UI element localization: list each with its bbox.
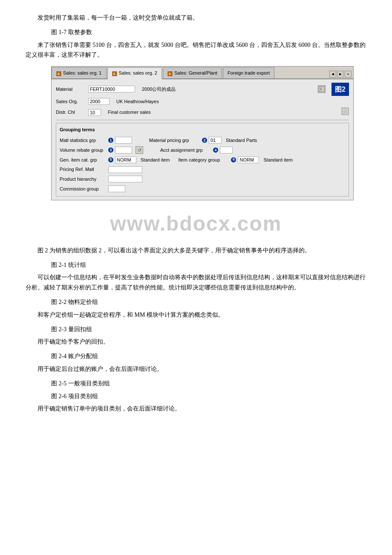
svg-text:i: i	[320, 87, 322, 91]
pricing-ref-input[interactable]	[108, 166, 142, 173]
mat-pricing-desc: Standard Parts	[226, 136, 257, 145]
sales-org-desc: UK Heathrow/Hayes	[116, 98, 159, 106]
vol-rebate-icon-btn[interactable]: ↺	[135, 146, 143, 154]
item-cat-input[interactable]	[238, 156, 259, 163]
svg-text:S: S	[113, 72, 115, 75]
tab-foreign-trade[interactable]: Foreign trade export	[223, 67, 274, 78]
gen-item-num: 5	[108, 157, 113, 162]
tab2-label: Sales: sales org. 2	[119, 69, 158, 77]
tab-sales-org-1[interactable]: S Sales: sales org. 1	[52, 67, 107, 78]
sap-tabs: S Sales: sales org. 1 S Sales: sales org…	[52, 66, 353, 79]
sales-org-label: Sales Org.	[56, 98, 86, 106]
grouping-terms-box: Grouping terms Matl statistics grp 1 Mat…	[56, 123, 349, 197]
distr-chl-icon[interactable]: ☆	[341, 107, 349, 118]
pricing-ref-label: Pricing Ref. Matl	[60, 165, 107, 173]
matl-stats-num: 1	[108, 138, 113, 143]
svg-text:S: S	[169, 72, 171, 75]
svg-text:☆: ☆	[343, 109, 347, 114]
intro-paragraph-1: 发货时用了集装箱，每一千台一箱，这时交货单位就成了箱。	[26, 13, 366, 23]
tab1-label: Sales: sales org. 1	[63, 69, 102, 77]
tab2-icon: S	[112, 71, 117, 76]
tab-navigation: ◄ ► ▪	[328, 70, 353, 78]
mat-pricing-input[interactable]	[209, 137, 222, 144]
tab-general-plant[interactable]: S Sales: General/Plant	[163, 67, 222, 78]
gen-item-field: Gen. item cat. grp 5 Standard item	[60, 156, 170, 164]
distr-chl-label: Distr. Chl	[56, 108, 86, 116]
mat-pricing-num: 2	[202, 138, 207, 143]
acct-assign-num: 4	[213, 147, 218, 153]
vol-rebate-num: 3	[108, 147, 113, 153]
vol-rebate-input[interactable]	[115, 147, 132, 153]
product-hier-label: Product hierarchy	[60, 175, 107, 183]
tab-sales-org-2[interactable]: S Sales: sales org. 2	[107, 67, 162, 79]
tab3-icon: S	[167, 71, 173, 76]
gen-item-label: Gen. item cat. grp	[60, 156, 107, 164]
sap-body: Material 2000公司的成品 i 图2 Sales Org. UK He…	[52, 79, 353, 200]
sales-org-input[interactable]	[88, 98, 110, 105]
fig23-text: 用于确定给予客户的回扣。	[26, 337, 366, 347]
tab3-label: Sales: General/Plant	[174, 69, 217, 77]
fig17-title: 图 1-7 取整参数	[51, 27, 366, 38]
info-icon[interactable]: i	[318, 85, 326, 93]
sap-window: S Sales: sales org. 1 S Sales: sales org…	[51, 66, 354, 200]
acct-assign-label: Acct assignment grp	[160, 146, 211, 154]
product-hier-input[interactable]	[108, 176, 142, 182]
pricing-ref-field: Pricing Ref. Matl	[60, 165, 345, 173]
mat-pricing-field: Material pricing grp 2 Standard Parts	[149, 136, 257, 145]
distr-chl-input[interactable]	[88, 109, 101, 116]
tab1-icon: S	[56, 71, 61, 76]
watermark: www.bdocx.com	[26, 206, 366, 241]
mat-pricing-label: Material pricing grp	[149, 136, 200, 145]
material-desc: 2000公司的成品	[142, 85, 315, 93]
grouping-terms-title: Grouping terms	[60, 126, 345, 134]
fig26-text: 用于确定销售订单中的项目类别，会在后面详细讨论。	[26, 404, 366, 414]
fig26-title: 图 2-6 项目类别组	[51, 391, 366, 402]
commission-field: Commission group	[60, 185, 345, 193]
vol-rebate-field: Volume rebate group 3 ↺	[60, 146, 143, 154]
gen-item-desc: Standard item	[141, 156, 170, 164]
item-cat-field: Item category group 6 Standard item	[178, 156, 292, 164]
svg-rect-6	[319, 87, 324, 92]
matl-stats-input[interactable]	[115, 137, 132, 144]
material-input[interactable]	[88, 86, 135, 92]
figure2-badge: 图2	[331, 83, 349, 96]
material-row: Material 2000公司的成品 i 图2	[56, 83, 349, 96]
distr-chl-desc: Final customer sales	[108, 108, 151, 116]
product-hier-field: Product hierarchy	[60, 175, 345, 183]
intro-paragraph-2: 来了张销售订单需要 5100 台，四舍五入，就发 5000 台吧。销售把订单改成…	[26, 40, 366, 61]
acct-assign-input[interactable]	[220, 147, 233, 153]
commission-input[interactable]	[108, 185, 125, 192]
fig24-title: 图 2-4 账户分配组	[51, 351, 366, 361]
fig22-title: 图 2-2 物料定价组	[51, 297, 366, 307]
material-label: Material	[56, 85, 86, 93]
vol-rebate-label: Volume rebate group	[60, 146, 107, 154]
tab-next-button[interactable]: ►	[337, 71, 344, 78]
fig25-title: 图 2-5 一般项目类别组	[51, 379, 366, 389]
tab-prev-button[interactable]: ◄	[329, 71, 336, 78]
fig2-text: 图 2 为销售的组织数据 2，可以看出这个界面定义的大多是关键字，用于确定销售事…	[26, 246, 366, 256]
rotate-icon: ↺	[138, 146, 141, 154]
group-row-3: Gen. item cat. grp 5 Standard item Item …	[60, 156, 345, 164]
group-row-2: Volume rebate group 3 ↺ Acct assignment …	[60, 146, 345, 154]
sales-org-row: Sales Org. UK Heathrow/Hayes	[56, 98, 349, 106]
gen-item-input[interactable]	[115, 156, 136, 163]
item-cat-desc: Standard item	[263, 156, 292, 164]
group-row-1: Matl statistics grp 1 Material pricing g…	[60, 136, 345, 145]
fig21-title: 图 2-1 统计组	[51, 260, 366, 270]
fig24-text: 用于确定后台过账的账户，会在后面详细讨论。	[26, 364, 366, 374]
tab4-label: Foreign trade export	[228, 69, 270, 77]
matl-stats-label: Matl statistics grp	[60, 136, 107, 145]
item-cat-num: 6	[231, 157, 236, 162]
acct-assign-field: Acct assignment grp 4	[160, 146, 233, 154]
item-cat-label: Item category group	[178, 156, 229, 164]
commission-label: Commission group	[60, 185, 107, 193]
distr-chl-row: Distr. Chl Final customer sales ☆	[56, 107, 349, 118]
fig22-text: 和客户定价组一起确定定价程序，和 MM 模块中计算方案的概念类似。	[26, 310, 366, 320]
section-divider	[56, 120, 349, 120]
fig23-title: 图 2-3 量回扣组	[51, 324, 366, 335]
tab-list-button[interactable]: ▪	[345, 71, 352, 78]
matl-stats-field: Matl statistics grp 1	[60, 136, 132, 145]
svg-text:S: S	[58, 72, 60, 75]
fig21-text: 可以创建一个信息结构，在平时发生业务数据时自动将表中的数据处理后传送到信息结构，…	[26, 272, 366, 293]
